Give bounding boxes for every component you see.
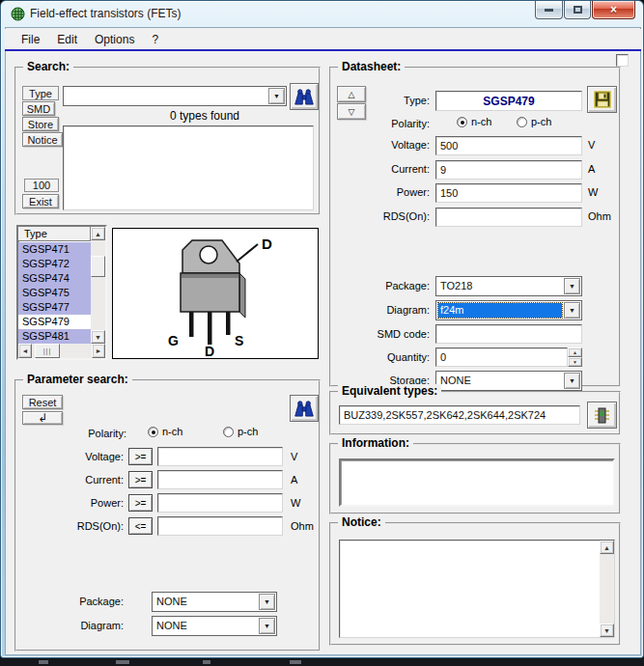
save-button[interactable]: [587, 86, 617, 113]
diagram-combo[interactable]: NONE ▼: [152, 616, 277, 636]
search-legend: Search:: [23, 60, 73, 73]
chevron-down-icon[interactable]: ▼: [564, 302, 580, 319]
list-item-selected[interactable]: SGSP479: [18, 315, 91, 329]
chevron-down-icon[interactable]: ▼: [259, 594, 275, 610]
titlebar[interactable]: Field-effect transistors (FETs) ×: [1, 1, 643, 27]
datasheet-diagram-combo[interactable]: f24m ▼: [435, 300, 582, 320]
power-op-button[interactable]: >=: [128, 494, 153, 512]
list-item[interactable]: SGSP471: [18, 242, 91, 257]
menu-help[interactable]: ?: [143, 31, 167, 48]
type-list[interactable]: Type SGSP471 SGSP472 SGSP474 SGSP475 SGS…: [16, 225, 107, 360]
chevron-down-icon[interactable]: ▼: [259, 618, 275, 634]
search-combo[interactable]: ▼: [63, 86, 287, 106]
reset-button[interactable]: Reset: [22, 395, 63, 409]
current-value-input[interactable]: [435, 160, 582, 180]
package-label: Package:: [42, 596, 124, 607]
binoculars-icon: [294, 88, 315, 106]
search-notice-button[interactable]: Notice: [22, 132, 63, 147]
search-type-button[interactable]: Type: [22, 86, 59, 100]
scroll-down-icon[interactable]: ▼: [600, 624, 614, 637]
menu-options[interactable]: Options: [86, 31, 143, 48]
search-limit-button[interactable]: 100: [24, 179, 59, 192]
parameter-find-button[interactable]: [290, 395, 319, 422]
equivalent-types-legend: Equivalent types:: [338, 384, 441, 398]
power-value-input[interactable]: [435, 183, 582, 203]
scroll-thumb-horizontal[interactable]: |||: [35, 344, 60, 358]
list-item[interactable]: SGSP474: [18, 271, 91, 286]
radio-icon[interactable]: [517, 117, 527, 127]
scroll-up-icon[interactable]: ▲: [600, 541, 614, 554]
scroll-left-icon[interactable]: ◄: [18, 344, 32, 358]
radio-selected-icon[interactable]: [148, 427, 158, 437]
power-input[interactable]: [157, 493, 283, 513]
package-combo[interactable]: NONE ▼: [152, 592, 277, 612]
datasheet-package-combo[interactable]: TO218 ▼: [435, 276, 582, 296]
datasheet-polarity-nch[interactable]: n-ch: [457, 116, 491, 127]
list-item[interactable]: SGSP475: [18, 286, 91, 300]
type-list-header[interactable]: Type: [18, 227, 91, 241]
binoculars-icon: [294, 400, 315, 418]
search-smd-button[interactable]: SMD: [22, 101, 55, 116]
datasheet-checkbox[interactable]: [616, 54, 629, 67]
list-item[interactable]: SGSP472: [18, 257, 91, 271]
radio-selected-icon[interactable]: [457, 117, 467, 127]
current-input[interactable]: [157, 470, 283, 489]
scroll-thumb[interactable]: [91, 256, 105, 277]
search-exist-button[interactable]: Exist: [22, 194, 59, 208]
storage-combo[interactable]: NONE ▼: [435, 371, 582, 391]
information-legend: Information:: [338, 436, 413, 450]
record-previous-button[interactable]: △: [337, 86, 366, 102]
maximize-button[interactable]: [564, 1, 591, 19]
spinner-up-icon[interactable]: ▲: [568, 347, 582, 357]
list-item[interactable]: SGSP481: [18, 329, 91, 344]
smd-code-input[interactable]: [435, 324, 582, 344]
search-find-button[interactable]: [290, 83, 319, 110]
voltage-label: Voltage:: [42, 451, 124, 462]
search-result-count: 0 types found: [123, 109, 287, 123]
datasheet-group: Datasheet: △ ▽ Type: Polarity: n-ch: [329, 67, 621, 387]
minimize-button[interactable]: [535, 1, 563, 19]
menu-file[interactable]: File: [13, 31, 48, 48]
notice-textarea[interactable]: [339, 540, 615, 638]
scroll-right-icon[interactable]: ►: [92, 344, 105, 358]
voltage-op-button[interactable]: >=: [128, 448, 153, 465]
polarity-nch-option[interactable]: n-ch: [148, 426, 182, 437]
vertical-scrollbar[interactable]: [91, 227, 105, 344]
power-unit: W: [588, 186, 598, 198]
radio-icon[interactable]: [223, 427, 234, 437]
notice-scrollbar[interactable]: [600, 541, 614, 637]
menu-edit[interactable]: Edit: [48, 31, 86, 48]
return-arrow-button[interactable]: ↲: [22, 411, 63, 425]
current-op-button[interactable]: >=: [128, 471, 153, 488]
voltage-input[interactable]: [157, 447, 283, 466]
list-item[interactable]: SGSP477: [18, 300, 91, 315]
search-results-list[interactable]: [63, 125, 314, 210]
power-label: Power:: [42, 497, 124, 509]
polarity-pch-option[interactable]: p-ch: [223, 426, 258, 437]
voltage-value-input[interactable]: [435, 136, 582, 155]
quantity-input[interactable]: [435, 347, 568, 367]
equivalent-types-input[interactable]: [339, 405, 580, 425]
app-transistor-icon: [11, 7, 25, 21]
floppy-disk-icon: [594, 91, 611, 108]
close-button[interactable]: ×: [592, 1, 635, 19]
rds-value-input[interactable]: [435, 208, 582, 227]
rds-op-button[interactable]: <=: [128, 517, 153, 535]
chevron-down-icon[interactable]: ▼: [268, 88, 285, 104]
equivalent-lookup-button[interactable]: [587, 402, 617, 429]
scroll-up-icon[interactable]: ▲: [91, 227, 105, 240]
search-group: Search: Type SMD Store Notice 100 Exist …: [14, 67, 321, 215]
record-next-button[interactable]: ▽: [337, 103, 366, 120]
diagram-combo-value: f24m: [438, 303, 562, 318]
type-input[interactable]: [435, 91, 582, 111]
information-textbox[interactable]: [339, 458, 615, 507]
search-store-button[interactable]: Store: [22, 117, 59, 131]
spinner-down-icon[interactable]: ▼: [568, 357, 582, 367]
datasheet-legend: Datasheet:: [338, 60, 405, 73]
chevron-down-icon[interactable]: ▼: [564, 373, 580, 389]
chevron-down-icon[interactable]: ▼: [564, 278, 580, 294]
package-combo-value: NONE: [154, 595, 257, 609]
scroll-down-icon[interactable]: ▼: [91, 330, 105, 344]
datasheet-polarity-pch[interactable]: p-ch: [517, 116, 551, 127]
rds-input[interactable]: [157, 516, 283, 536]
